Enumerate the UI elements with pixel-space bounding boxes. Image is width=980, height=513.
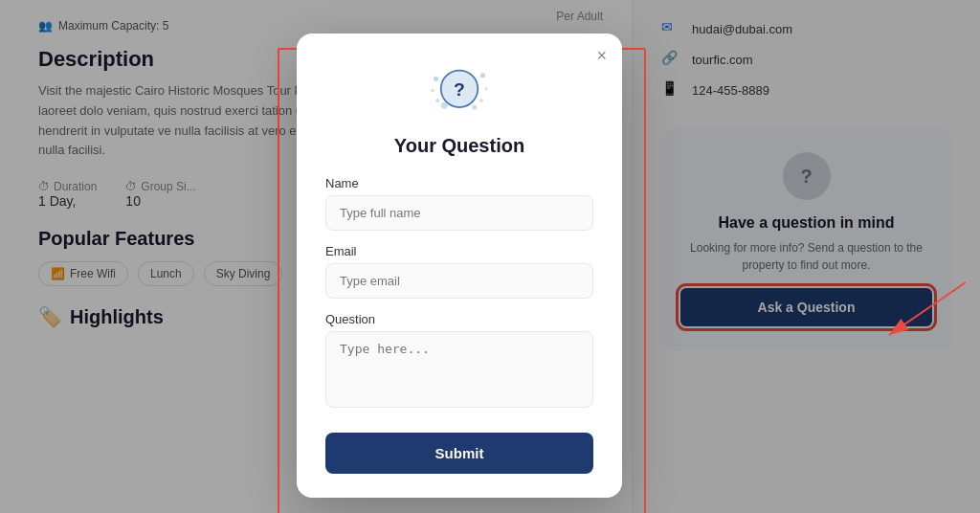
svg-text:?: ? — [454, 79, 465, 100]
svg-point-9 — [472, 104, 477, 109]
submit-button[interactable]: Submit — [325, 433, 593, 474]
email-input[interactable] — [325, 263, 593, 299]
question-modal: × ? Your Question Name Email Question — [297, 33, 622, 498]
svg-point-4 — [480, 73, 485, 78]
svg-point-5 — [484, 87, 488, 91]
question-illustration: ? — [426, 62, 493, 120]
email-label: Email — [325, 244, 593, 258]
modal-icon-container: ? — [325, 62, 593, 123]
question-field-group: Question — [325, 312, 593, 412]
question-label: Question — [325, 312, 593, 326]
svg-point-2 — [434, 77, 438, 81]
name-label: Name — [325, 176, 593, 190]
name-input[interactable] — [325, 195, 593, 231]
name-field-group: Name — [325, 176, 593, 231]
svg-point-10 — [435, 99, 439, 102]
question-textarea[interactable] — [325, 331, 593, 408]
modal-title: Your Question — [325, 135, 593, 157]
svg-point-8 — [441, 102, 448, 109]
email-field-group: Email — [325, 244, 593, 299]
svg-point-11 — [479, 99, 483, 102]
modal-close-button[interactable]: × — [596, 47, 607, 64]
svg-point-3 — [431, 89, 434, 93]
